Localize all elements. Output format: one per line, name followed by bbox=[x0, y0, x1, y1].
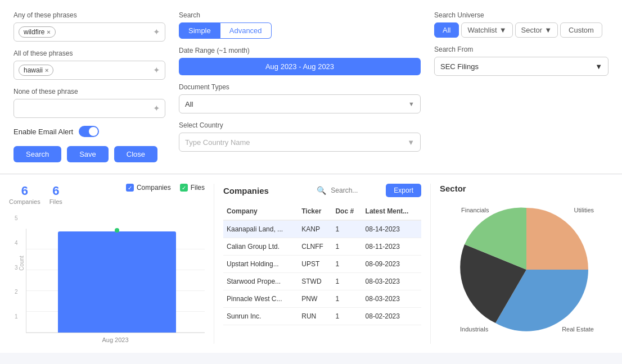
legend-companies-label: Companies bbox=[137, 184, 171, 192]
advanced-tab[interactable]: Advanced bbox=[220, 22, 272, 39]
country-select[interactable]: Type Country Name ▼ bbox=[179, 133, 421, 152]
legend-companies[interactable]: ✓ Companies bbox=[126, 184, 171, 192]
chevron-down-icon: ▼ bbox=[408, 101, 414, 107]
companies-label: Companies bbox=[9, 198, 40, 205]
doc-types-value: All bbox=[185, 100, 193, 108]
universe-sector-button[interactable]: Sector ▼ bbox=[515, 22, 558, 38]
close-button[interactable]: Close bbox=[114, 146, 157, 162]
wildfire-tag-text: wildfire bbox=[24, 28, 44, 36]
search-button[interactable]: Search bbox=[13, 146, 61, 162]
export-button[interactable]: Export bbox=[386, 184, 421, 197]
search-from-group: Search From SEC Filings ▼ bbox=[434, 46, 609, 76]
chevron-down-icon-sector: ▼ bbox=[544, 26, 552, 34]
cell-company: Sunrun Inc. bbox=[223, 308, 298, 325]
date-range-button[interactable]: Aug 2023 - Aug 2023 bbox=[179, 58, 421, 75]
wildfire-tag[interactable]: wildfire × bbox=[19, 26, 56, 38]
cell-doc: 1 bbox=[332, 238, 362, 256]
col-ticker: Ticker bbox=[298, 203, 332, 220]
real-estate-label: Real Estate bbox=[562, 326, 594, 333]
legend-files[interactable]: ✓ Files bbox=[180, 184, 205, 192]
universe-label: Search Universe bbox=[434, 11, 609, 19]
table-area: Companies 🔍 Export Company Ticker Doc # … bbox=[214, 184, 431, 344]
cell-date: 08-03-2023 bbox=[362, 290, 421, 308]
all-phrases-label: All of these phrases bbox=[13, 49, 165, 57]
cell-ticker: CLNFF bbox=[298, 238, 332, 256]
date-range-group: Date Range (~1 month) Aug 2023 - Aug 202… bbox=[179, 47, 421, 75]
cell-doc: 1 bbox=[332, 220, 362, 238]
wand-icon-any[interactable]: ✦ bbox=[153, 27, 160, 37]
table-title: Companies bbox=[223, 186, 269, 195]
search-icon: 🔍 bbox=[317, 186, 326, 195]
universe-custom-button[interactable]: Custom bbox=[560, 22, 602, 38]
chevron-down-icon-searchfrom: ▼ bbox=[595, 62, 602, 71]
all-phrases-group: All of these phrases hawaii × ✦ bbox=[13, 49, 165, 80]
sector-title: Sector bbox=[440, 184, 613, 193]
universe-group: Search Universe All Watchlist ▼ Sector ▼… bbox=[434, 11, 609, 38]
cell-date: 08-02-2023 bbox=[362, 308, 421, 325]
any-phrases-group: Any of these phrases wildfire × ✦ bbox=[13, 11, 165, 42]
search-from-select[interactable]: SEC Filings ▼ bbox=[434, 57, 609, 76]
any-phrases-input[interactable]: wildfire × ✦ bbox=[13, 22, 165, 42]
chevron-down-icon-watchlist: ▼ bbox=[499, 26, 507, 34]
companies-checkbox[interactable]: ✓ bbox=[126, 184, 134, 192]
industrials-label: Industrials bbox=[460, 326, 488, 333]
pie-chart: Financials Utilities Industrials Real Es… bbox=[459, 202, 594, 337]
hawaii-tag-text: hawaii bbox=[24, 66, 43, 74]
financials-slice bbox=[526, 208, 588, 270]
country-label: Select Country bbox=[179, 121, 421, 129]
cell-date: 08-11-2023 bbox=[362, 238, 421, 256]
none-phrases-group: None of these phrase ✦ bbox=[13, 88, 165, 118]
files-label: Files bbox=[49, 198, 62, 205]
table-row[interactable]: Calian Group Ltd. CLNFF 1 08-11-2023 bbox=[223, 238, 421, 256]
wand-icon-none[interactable]: ✦ bbox=[153, 103, 160, 113]
count-label: Count bbox=[19, 256, 25, 271]
legend-files-label: Files bbox=[191, 184, 205, 192]
pie-area: Sector Financials Utilities Industrials … bbox=[431, 184, 613, 344]
bar-chart-container: 5 4 3 2 1 Count bbox=[9, 215, 205, 344]
universe-buttons: All Watchlist ▼ Sector ▼ Custom bbox=[434, 22, 609, 38]
email-alert-row: Enable Email Alert bbox=[13, 126, 165, 137]
col-doc: Doc # bbox=[332, 203, 362, 220]
search-from-value: SEC Filings bbox=[440, 62, 479, 71]
files-stat: 6 Files bbox=[49, 184, 62, 205]
doc-types-select[interactable]: All ▼ bbox=[179, 94, 421, 113]
table-row[interactable]: Upstart Holding... UPST 1 08-09-2023 bbox=[223, 256, 421, 273]
cell-date: 08-14-2023 bbox=[362, 220, 421, 238]
files-checkbox[interactable]: ✓ bbox=[180, 184, 188, 192]
email-alert-toggle[interactable] bbox=[79, 126, 99, 137]
chevron-down-icon-country: ▼ bbox=[407, 138, 414, 147]
simple-tab[interactable]: Simple bbox=[179, 22, 220, 39]
files-count: 6 bbox=[49, 184, 62, 198]
save-button[interactable]: Save bbox=[67, 146, 109, 162]
chart-stats: 6 Companies 6 Files bbox=[9, 184, 62, 205]
doc-types-group: Document Types All ▼ bbox=[179, 83, 421, 113]
wildfire-tag-close[interactable]: × bbox=[47, 29, 50, 35]
cell-company: Upstart Holding... bbox=[223, 256, 298, 273]
universe-watchlist-button[interactable]: Watchlist ▼ bbox=[461, 22, 512, 38]
universe-all-button[interactable]: All bbox=[434, 22, 459, 38]
table-row[interactable]: Starwood Prope... STWD 1 08-03-2023 bbox=[223, 273, 421, 290]
cell-company: Starwood Prope... bbox=[223, 273, 298, 290]
bar bbox=[58, 231, 176, 333]
none-phrases-input[interactable]: ✦ bbox=[13, 99, 165, 118]
cell-ticker: UPST bbox=[298, 256, 332, 273]
middle-column: Search Simple Advanced Date Range (~1 mo… bbox=[179, 11, 421, 162]
table-row[interactable]: Pinnacle West C... PNW 1 08-03-2023 bbox=[223, 290, 421, 308]
wand-icon-all[interactable]: ✦ bbox=[153, 65, 160, 75]
cell-company: Calian Group Ltd. bbox=[223, 238, 298, 256]
table-controls: 🔍 Export bbox=[317, 184, 421, 197]
table-search-input[interactable] bbox=[331, 186, 381, 194]
hawaii-tag-close[interactable]: × bbox=[45, 67, 48, 74]
all-phrases-input[interactable]: hawaii × ✦ bbox=[13, 61, 165, 80]
cell-ticker: RUN bbox=[298, 308, 332, 325]
hawaii-tag[interactable]: hawaii × bbox=[19, 65, 53, 76]
companies-count: 6 bbox=[9, 184, 40, 198]
search-type-group: Search Simple Advanced bbox=[179, 11, 421, 39]
email-alert-label: Enable Email Alert bbox=[13, 128, 73, 136]
x-axis-label: Aug 2023 bbox=[102, 336, 128, 343]
col-date: Latest Ment... bbox=[362, 203, 421, 220]
cell-doc: 1 bbox=[332, 273, 362, 290]
chart-area: 6 Companies 6 Files ✓ Companies ✓ bbox=[9, 184, 214, 344]
table-row[interactable]: Sunrun Inc. RUN 1 08-02-2023 bbox=[223, 308, 421, 325]
table-row[interactable]: Kaanapali Land, ... KANP 1 08-14-2023 bbox=[223, 220, 421, 238]
